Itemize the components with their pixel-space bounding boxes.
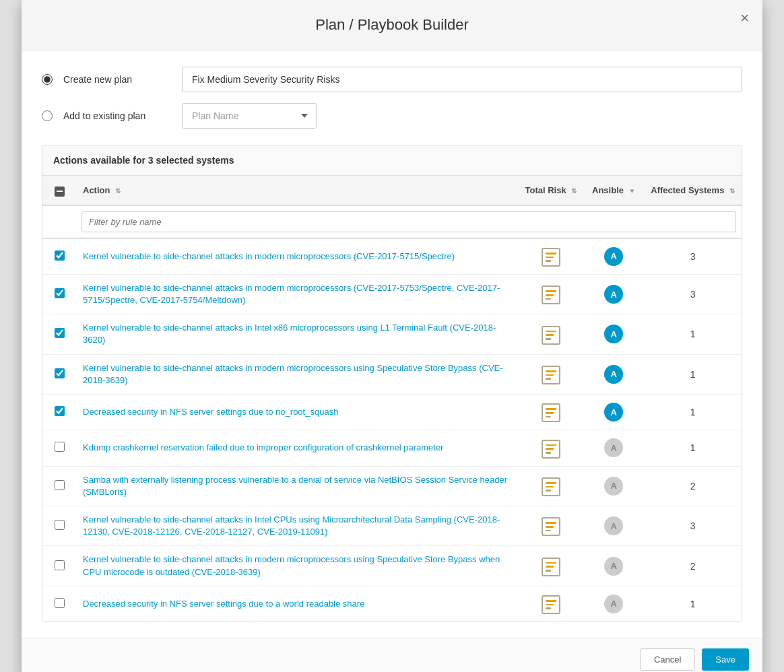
row-action-cell: Kernel vulnerable to side-channel attack… [76,546,518,586]
create-new-radio[interactable] [42,74,53,85]
risk-bars [543,479,559,495]
row-risk-cell [518,238,583,275]
affected-sort-icon[interactable]: ⇅ [729,187,735,195]
row-risk-cell [518,586,583,621]
risk-icon [542,517,560,536]
ansible-badge: A [604,595,623,613]
risk-bar-high [546,522,556,524]
risk-bars [543,327,559,343]
row-action-cell: Kdump crashkernel reservation failed due… [76,430,518,466]
risk-bar-high [546,290,556,292]
row-checkbox[interactable] [55,598,65,608]
row-checkbox[interactable] [55,442,65,452]
action-link[interactable]: Decreased security in NFS server setting… [83,407,338,417]
risk-bars [543,518,559,535]
table-row: Kdump crashkernel reservation failed due… [42,430,742,466]
risk-icon [542,595,560,614]
risk-bar-mid [546,566,554,568]
action-link[interactable]: Decreased security in NFS server setting… [83,599,364,609]
row-action-cell: Decreased security in NFS server setting… [76,586,518,621]
row-checkbox[interactable] [55,560,65,570]
row-checkbox[interactable] [55,520,65,530]
row-action-cell: Samba with externally listening process … [76,466,518,506]
select-all-checkbox[interactable] [55,187,65,197]
action-link[interactable]: Samba with externally listening process … [83,475,507,497]
action-link[interactable]: Kernel vulnerable to side-channel attack… [83,363,503,385]
risk-bar-mid [546,412,554,414]
risk-bar-high [546,253,556,255]
row-checkbox[interactable] [55,480,65,490]
risk-bars [543,597,559,613]
ansible-sort-icon[interactable]: ▼ [629,187,636,195]
row-checkbox[interactable] [55,368,65,378]
save-button[interactable]: Save [702,648,749,671]
risk-bars [543,287,559,303]
risk-bar-low [546,416,551,418]
table-wrapper: Action ⇅ Total Risk ⇅ Ansible ▼ [42,176,742,621]
add-existing-radio[interactable] [42,110,53,121]
risk-bar-mid [546,257,554,259]
row-affected-cell: 1 [644,314,742,354]
row-action-cell: Kernel vulnerable to side-channel attack… [76,274,518,314]
col-header-action[interactable]: Action ⇅ [76,176,518,205]
row-ansible-cell: A [583,586,644,621]
row-affected-cell: 2 [644,466,742,506]
row-checkbox[interactable] [55,406,65,416]
row-risk-cell [518,354,583,394]
risk-icon [542,366,560,384]
risk-sort-icon[interactable]: ⇅ [571,187,577,195]
ansible-badge: A [604,438,623,457]
ansible-badge: A [604,557,623,576]
table-row: Kernel vulnerable to side-channel attack… [42,354,742,394]
action-link[interactable]: Kernel vulnerable to side-channel attack… [83,514,500,537]
row-check-cell [42,546,76,586]
row-affected-cell: 2 [644,546,742,586]
row-checkbox[interactable] [55,288,65,298]
ansible-badge: A [604,477,623,496]
risk-bar-high [546,331,556,333]
row-check-cell [42,430,76,466]
plan-name-input[interactable] [182,67,742,92]
row-check-cell [42,586,76,621]
close-button[interactable]: × [740,11,749,26]
row-checkbox[interactable] [55,328,65,338]
col-header-affected[interactable]: Affected Systems ⇅ [644,176,742,205]
ansible-badge: A [604,247,623,266]
table-row: Kernel vulnerable to side-channel attack… [42,238,742,275]
col-header-ansible[interactable]: Ansible ▼ [583,176,644,205]
row-ansible-cell: A [583,430,644,466]
actions-container: Actions available for 3 selected systems… [42,145,742,622]
action-link[interactable]: Kdump crashkernel reservation failed due… [83,442,443,452]
action-link[interactable]: Kernel vulnerable to side-channel attack… [83,554,500,576]
row-affected-cell: 3 [644,274,742,314]
col-header-risk[interactable]: Total Risk ⇅ [518,176,583,205]
row-affected-cell: 3 [644,506,742,545]
row-checkbox[interactable] [55,250,65,261]
row-check-cell [42,506,76,545]
action-link[interactable]: Kernel vulnerable to side-channel attack… [83,283,500,305]
table-row: Kernel vulnerable to side-channel attack… [42,506,742,545]
cancel-button[interactable]: Cancel [640,648,695,671]
row-risk-cell [518,274,583,314]
risk-bar-high [546,444,556,446]
risk-bar-high [546,600,556,602]
action-sort-icon[interactable]: ⇅ [115,187,121,195]
create-new-option: Create new plan [42,67,742,92]
row-ansible-cell: A [583,354,644,394]
action-link[interactable]: Kernel vulnerable to side-channel attack… [83,251,455,261]
action-link[interactable]: Kernel vulnerable to side-channel attack… [83,323,496,345]
risk-bar-low [546,570,551,572]
risk-bars [543,249,559,265]
risk-bar-low [546,260,551,262]
modal: × Plan / Playbook Builder Create new pla… [22,0,762,672]
risk-bar-mid [546,374,554,376]
modal-header: Plan / Playbook Builder [22,0,762,51]
actions-table: Action ⇅ Total Risk ⇅ Ansible ▼ [42,176,742,621]
risk-bar-mid [546,604,554,606]
row-ansible-cell: A [583,238,644,275]
filter-input[interactable] [81,211,736,232]
row-action-cell: Kernel vulnerable to side-channel attack… [76,354,518,394]
row-action-cell: Kernel vulnerable to side-channel attack… [76,314,518,354]
plan-name-dropdown[interactable]: Plan Name [182,103,317,129]
actions-header: Actions available for 3 selected systems [42,145,742,176]
